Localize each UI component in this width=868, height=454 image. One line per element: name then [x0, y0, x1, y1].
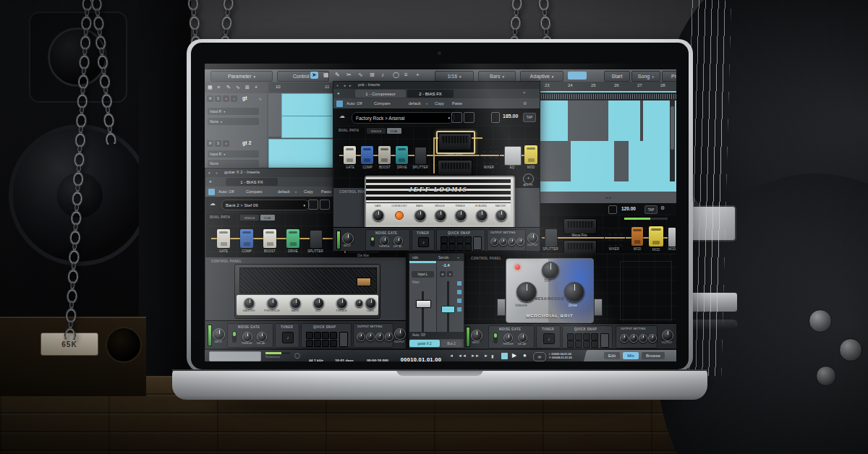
ruler-right[interactable]: 23 24 25 26 27 28 [539, 82, 676, 93]
eq-knob[interactable] [648, 334, 657, 343]
input-knob[interactable] [471, 330, 482, 341]
preset-default-label[interactable]: default [278, 189, 290, 194]
add-track-icon[interactable]: + [255, 84, 258, 91]
snap-next-button[interactable] [473, 236, 482, 250]
stop-button[interactable] [501, 353, 508, 359]
fx-select[interactable]: None ▾ [208, 118, 259, 125]
amp-block[interactable] [563, 218, 597, 234]
gate-toggle[interactable] [493, 333, 498, 343]
automation-toggle[interactable] [208, 189, 215, 195]
scrollbar-thumb[interactable] [671, 106, 674, 150]
plugin-tab[interactable]: 1 - BIAS FX [226, 178, 278, 186]
cloud-icon[interactable]: ☁ [339, 113, 345, 119]
mute-button[interactable]: M [207, 140, 213, 147]
snap-slot[interactable] [567, 340, 574, 348]
close-icon[interactable]: × [523, 90, 526, 95]
mix-view-button[interactable]: Mix [623, 352, 639, 359]
parameter-button[interactable]: Parameter ▾ [210, 71, 273, 82]
tone-knob[interactable] [542, 262, 559, 279]
dual-path-button[interactable]: DUAL [387, 128, 401, 134]
snap-slot[interactable] [567, 333, 574, 340]
amp-knob[interactable] [313, 298, 324, 309]
auto-label[interactable]: Auto: Off [218, 189, 234, 194]
amp-knob-small[interactable] [355, 299, 363, 307]
auto-label[interactable]: Auto: Off [346, 101, 362, 106]
single-path-button[interactable]: SINGLE [240, 215, 259, 220]
paste-label[interactable]: Paste [321, 189, 331, 194]
preset-select[interactable]: Factory Rock > Arsenal ▾ [352, 112, 454, 124]
plus-icon[interactable]: + [216, 171, 218, 175]
next-bar-button[interactable]: ► [484, 354, 488, 358]
compare-label[interactable]: Compare [374, 101, 391, 106]
low-boost-button[interactable] [395, 211, 404, 220]
track-list-icon[interactable]: ▦ [208, 84, 213, 91]
amp-knob[interactable] [336, 298, 347, 309]
eq-block[interactable] [504, 146, 522, 166]
fader-track[interactable] [422, 291, 424, 333]
audio-clip-strip[interactable] [539, 181, 676, 192]
single-path-button[interactable]: SINGLE [367, 128, 386, 134]
eq-knob[interactable] [375, 333, 384, 341]
wave-icon[interactable]: ∿ [236, 84, 240, 91]
record-button[interactable]: ● [523, 352, 527, 359]
zoom-tool-icon[interactable]: ◯ [393, 72, 399, 79]
input-select[interactable]: Input R ▾ [208, 108, 259, 115]
macro-icon[interactable]: ≡ [404, 72, 408, 79]
snap-slot[interactable] [456, 244, 464, 251]
bass-knob[interactable] [414, 210, 426, 221]
amp-block-selected[interactable] [436, 131, 475, 154]
send-slot[interactable] [457, 299, 461, 303]
solo-button[interactable]: S [215, 95, 221, 102]
eq-knob[interactable] [357, 333, 365, 341]
audio-clip[interactable] [568, 100, 608, 141]
mod-pedal[interactable] [649, 226, 663, 247]
copy-label[interactable]: Copy [435, 101, 444, 106]
dual-path-button[interactable]: DUAL [260, 215, 275, 220]
solo-button[interactable]: S [215, 140, 221, 147]
preset-select[interactable]: Bank 2 > Stef 09 ▾ [221, 200, 310, 210]
preset-default-label[interactable]: default [409, 101, 421, 106]
tuner-button[interactable]: ♪ [543, 333, 555, 344]
boost-pedal[interactable] [378, 146, 391, 164]
edit-view-button[interactable]: Edit [604, 352, 620, 359]
mute-button[interactable]: M [207, 95, 213, 102]
drive-pedal[interactable] [286, 229, 299, 248]
bend-tool-icon[interactable]: ∿ [358, 72, 363, 79]
mute-tool-icon[interactable]: ⊞ [370, 72, 375, 79]
thresh-knob[interactable] [242, 332, 252, 342]
next-icon[interactable]: ▸ [349, 83, 352, 87]
snap-next-button[interactable] [600, 333, 609, 348]
gate-pedal[interactable] [217, 229, 230, 248]
snap-mode-select[interactable]: Adaptive ▾ [520, 71, 563, 82]
arrow-tool-icon[interactable]: ➤ [310, 72, 318, 79]
snap-slot[interactable] [456, 236, 464, 244]
prev-icon[interactable]: ◂ [344, 83, 346, 87]
eq-knob[interactable] [499, 238, 507, 246]
eq-knob[interactable] [620, 334, 629, 343]
pencil-icon[interactable]: ✎ [226, 84, 231, 91]
splitter-block[interactable] [414, 147, 427, 165]
channel-tab[interactable]: Bus 2 [441, 340, 461, 347]
eq-knob[interactable] [490, 238, 498, 246]
output-knob[interactable] [527, 233, 538, 244]
comp-pedal[interactable] [361, 146, 373, 164]
track-header[interactable]: M S ● gt 2 Input R ▾ None [205, 138, 267, 168]
solo-button[interactable]: S [447, 271, 453, 277]
input-knob[interactable] [213, 328, 225, 340]
add-icon[interactable]: + [416, 72, 420, 79]
gate-toggle[interactable] [232, 331, 237, 343]
panel-toggle-icon[interactable] [320, 200, 330, 210]
forward-button[interactable]: ►► [471, 354, 480, 358]
thresh-knob[interactable] [503, 333, 513, 343]
snap-slot[interactable] [583, 333, 590, 340]
gate-pedal[interactable] [344, 146, 356, 164]
audio-clip[interactable] [539, 141, 571, 181]
power-icon[interactable]: ● [337, 91, 340, 95]
collapsed-window-bar[interactable]: ● ● [539, 192, 676, 203]
snap-slot[interactable] [441, 244, 448, 251]
goto-end-button[interactable]: ▮ [491, 354, 493, 359]
control-button[interactable]: Control ▾ [277, 71, 329, 82]
tap-tempo-button[interactable]: TAP [523, 113, 536, 122]
record-arm-button[interactable]: ● [223, 140, 229, 147]
output-knob[interactable] [394, 328, 406, 340]
